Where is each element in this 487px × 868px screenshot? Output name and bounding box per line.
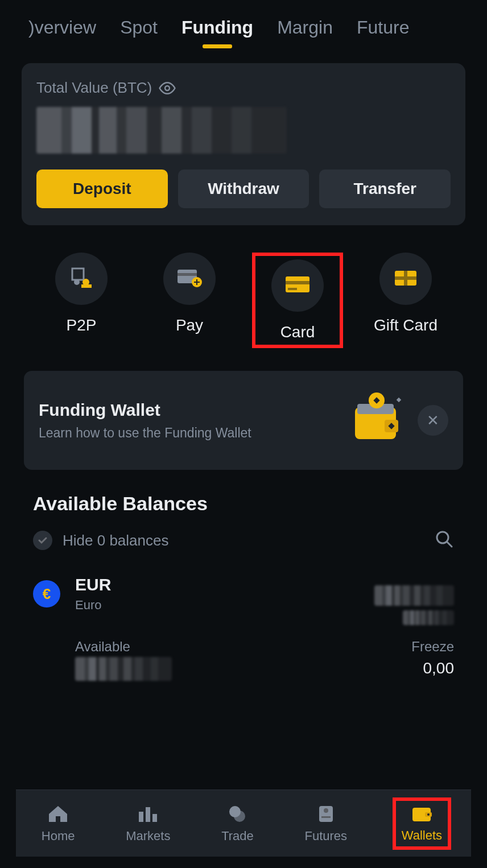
asset-row-eur[interactable]: € EUR Euro Available Freeze 0,00 — [16, 566, 471, 690]
total-value-panel: Total Value (BTC) Deposit Withdraw Trans… — [22, 63, 465, 225]
quick-card-label: Card — [280, 323, 315, 341]
quick-pay[interactable]: Pay — [144, 253, 235, 348]
eur-coin-icon: € — [33, 580, 60, 607]
total-value-label: Total Value (BTC) — [36, 79, 152, 97]
tab-margin[interactable]: Margin — [277, 17, 333, 48]
tab-overview[interactable]: )verview — [28, 17, 96, 48]
nav-wallets[interactable]: Wallets — [393, 797, 451, 850]
markets-icon — [137, 804, 159, 824]
bottom-nav: Home Markets Trade Futures Wallets — [16, 790, 471, 857]
quick-actions: P2P Pay Card Gift Card — [16, 225, 471, 371]
nav-markets-label: Markets — [126, 829, 170, 844]
freeze-label: Freeze — [411, 639, 454, 655]
svg-rect-23 — [139, 812, 143, 822]
p2p-icon — [69, 265, 94, 292]
nav-trade-label: Trade — [221, 829, 254, 844]
svg-point-33 — [427, 813, 430, 816]
nav-home-label: Home — [42, 829, 75, 844]
check-icon — [33, 531, 52, 550]
quick-p2p-label: P2P — [67, 316, 97, 334]
search-icon[interactable] — [435, 530, 454, 551]
nav-wallets-label: Wallets — [402, 828, 442, 843]
nav-futures[interactable]: Futures — [299, 800, 353, 847]
svg-rect-25 — [152, 814, 157, 822]
svg-rect-6 — [178, 273, 197, 276]
nav-futures-label: Futures — [305, 829, 348, 844]
nav-markets[interactable]: Markets — [120, 800, 176, 847]
funding-wallet-banner[interactable]: Funding Wallet Learn how to use the Fund… — [24, 371, 463, 470]
svg-point-0 — [165, 86, 170, 90]
asset-name: Euro — [75, 598, 111, 613]
svg-rect-20 — [397, 398, 401, 402]
svg-rect-1 — [72, 268, 84, 280]
asset-symbol: EUR — [75, 575, 111, 594]
withdraw-button[interactable]: Withdraw — [178, 170, 309, 208]
quick-gift-card[interactable]: Gift Card — [360, 253, 451, 348]
close-icon: ✕ — [427, 412, 439, 429]
hide-zero-label: Hide 0 balances — [63, 532, 168, 549]
quick-gift-label: Gift Card — [374, 316, 438, 334]
tab-futures[interactable]: Future — [357, 17, 409, 48]
banner-subtitle: Learn how to use the Funding Wallet — [39, 425, 335, 441]
svg-rect-4 — [81, 284, 92, 288]
svg-point-29 — [324, 808, 328, 813]
banner-title: Funding Wallet — [39, 400, 335, 420]
pay-icon — [175, 266, 204, 291]
available-balances-title: Available Balances — [16, 470, 471, 526]
hide-zero-balances-toggle[interactable]: Hide 0 balances — [33, 531, 168, 550]
total-value-amount-redacted — [36, 107, 287, 154]
quick-p2p[interactable]: P2P — [36, 253, 127, 348]
home-icon — [47, 804, 69, 824]
wallet-tabs: )verview Spot Funding Margin Future — [16, 0, 471, 59]
nav-home[interactable]: Home — [36, 800, 81, 847]
wallet-nav-icon — [410, 804, 433, 824]
svg-rect-13 — [395, 276, 416, 280]
tab-spot[interactable]: Spot — [120, 17, 158, 48]
svg-rect-10 — [288, 288, 297, 290]
svg-point-27 — [234, 811, 245, 822]
asset-balance-redacted-2 — [403, 610, 454, 625]
svg-line-22 — [447, 542, 452, 547]
wallet-icon — [345, 388, 407, 453]
svg-rect-30 — [321, 816, 331, 818]
svg-rect-9 — [286, 281, 309, 284]
card-icon — [283, 274, 312, 297]
gift-card-icon — [391, 266, 420, 291]
trade-icon — [226, 804, 249, 824]
available-label: Available — [75, 639, 172, 655]
freeze-value: 0,00 — [411, 659, 454, 677]
quick-pay-label: Pay — [176, 316, 203, 334]
tab-funding[interactable]: Funding — [181, 17, 253, 48]
available-amount-redacted — [75, 657, 172, 681]
transfer-button[interactable]: Transfer — [319, 170, 451, 208]
asset-balance-redacted — [374, 585, 454, 606]
deposit-button[interactable]: Deposit — [36, 170, 168, 208]
svg-point-2 — [74, 279, 80, 285]
futures-icon — [315, 804, 337, 824]
svg-rect-24 — [146, 807, 150, 822]
banner-close-button[interactable]: ✕ — [418, 405, 448, 436]
quick-card[interactable]: Card — [252, 253, 343, 348]
nav-trade[interactable]: Trade — [216, 800, 259, 847]
eye-icon[interactable] — [159, 82, 176, 94]
